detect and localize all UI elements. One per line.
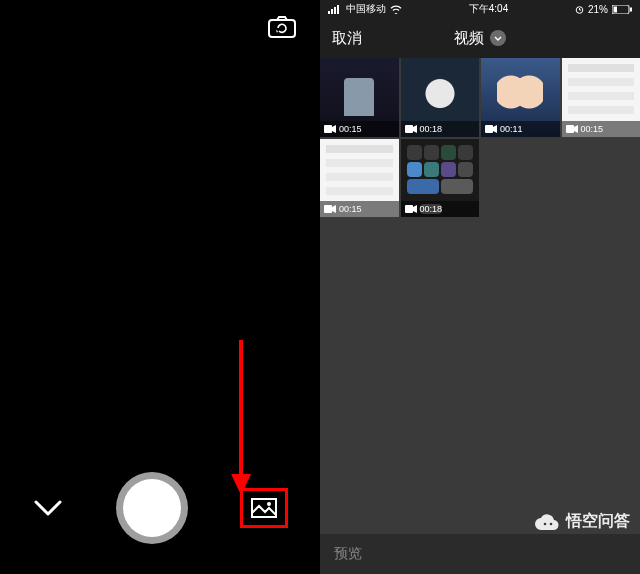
chevron-down-icon [490, 30, 506, 46]
svg-rect-15 [324, 125, 332, 133]
video-icon [405, 125, 417, 133]
cloud-icon [534, 513, 560, 531]
preview-button[interactable]: 预览 [334, 545, 362, 563]
video-icon [324, 125, 336, 133]
picker-footer: 预览 [320, 534, 640, 574]
duration-label: 00:15 [581, 124, 604, 134]
signal-icon [328, 5, 342, 14]
video-grid: 00:15 00:18 00:11 00:15 00:15 00:18 [320, 58, 640, 217]
video-thumb[interactable]: 00:15 [320, 139, 399, 218]
duration-label: 00:15 [339, 204, 362, 214]
svg-marker-20 [493, 125, 497, 133]
chevron-down-icon[interactable] [32, 498, 64, 518]
battery-label: 21% [588, 4, 608, 15]
shutter-inner [123, 479, 181, 537]
svg-rect-17 [405, 125, 413, 133]
svg-point-4 [267, 502, 271, 506]
gallery-button[interactable] [240, 488, 288, 528]
video-thumb[interactable]: 00:18 [401, 58, 480, 137]
svg-marker-18 [413, 125, 417, 133]
wifi-icon [390, 5, 402, 14]
duration-label: 00:11 [500, 124, 523, 134]
status-bar: 中国移动 下午4:04 21% [320, 0, 640, 18]
svg-rect-5 [328, 11, 330, 14]
svg-rect-13 [613, 6, 617, 12]
video-icon [324, 205, 336, 213]
cancel-button[interactable]: 取消 [332, 29, 362, 48]
svg-rect-14 [630, 7, 632, 11]
svg-marker-26 [413, 205, 417, 213]
svg-rect-25 [405, 205, 413, 213]
watermark-text: 悟空问答 [566, 511, 630, 532]
svg-marker-16 [332, 125, 336, 133]
camera-bottom-controls [0, 472, 320, 544]
picture-icon [251, 498, 277, 518]
switch-camera-icon[interactable] [268, 16, 296, 38]
video-thumb[interactable]: 00:11 [481, 58, 560, 137]
battery-icon [612, 5, 632, 14]
grid-empty-space [320, 217, 640, 534]
svg-rect-21 [566, 125, 574, 133]
svg-marker-22 [574, 125, 578, 133]
picker-title: 视频 [454, 29, 484, 48]
picker-title-dropdown[interactable]: 视频 [454, 29, 506, 48]
video-thumb[interactable]: 00:18 [401, 139, 480, 218]
video-icon [405, 205, 417, 213]
svg-rect-8 [337, 5, 339, 14]
svg-rect-7 [334, 7, 336, 14]
svg-rect-19 [485, 125, 493, 133]
duration-label: 00:18 [420, 124, 443, 134]
svg-rect-6 [331, 9, 333, 14]
video-picker-screen: 中国移动 下午4:04 21% 取消 视频 00:15 00:18 00:11 [320, 0, 640, 574]
duration-label: 00:15 [339, 124, 362, 134]
watermark: 悟空问答 [534, 511, 630, 532]
svg-marker-24 [332, 205, 336, 213]
svg-rect-0 [269, 20, 295, 37]
svg-point-28 [550, 522, 553, 525]
shutter-button[interactable] [116, 472, 188, 544]
camera-screen [0, 0, 320, 574]
duration-label: 00:18 [420, 204, 443, 214]
video-thumb[interactable]: 00:15 [320, 58, 399, 137]
video-icon [485, 125, 497, 133]
picker-header: 取消 视频 [320, 18, 640, 58]
alarm-icon [575, 5, 584, 14]
video-thumb[interactable]: 00:15 [562, 58, 641, 137]
svg-rect-23 [324, 205, 332, 213]
carrier-label: 中国移动 [346, 2, 386, 16]
svg-point-27 [544, 522, 547, 525]
video-icon [566, 125, 578, 133]
time-label: 下午4:04 [469, 2, 508, 16]
